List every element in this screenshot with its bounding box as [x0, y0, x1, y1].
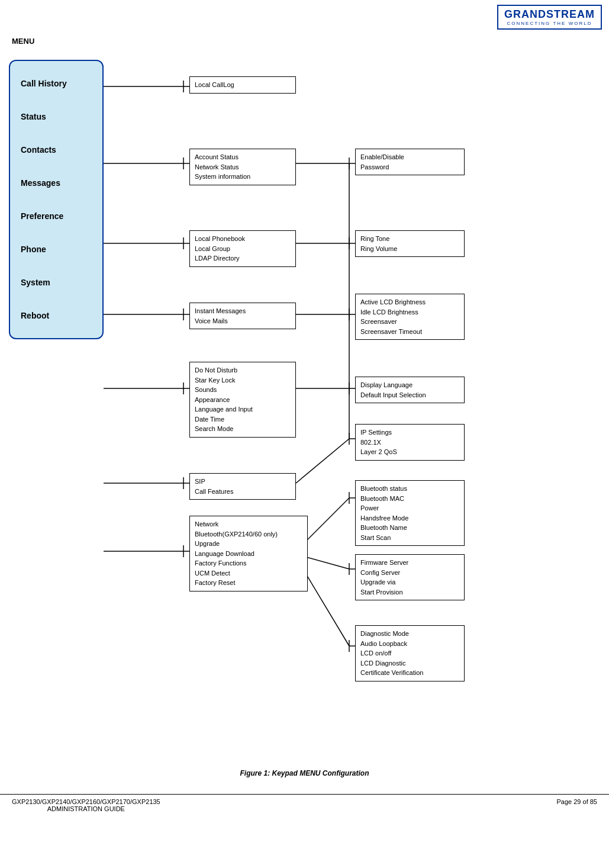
box-status: Account Status Network Status System inf… [189, 149, 296, 185]
svg-line-33 [296, 439, 349, 483]
diagram-area: Call History Status Contacts Messages Pr… [0, 48, 609, 758]
footer: GXP2130/GXP2140/GXP2160/GXP2170/GXP2135 … [0, 794, 609, 816]
box-phone: SIP Call Features [189, 473, 296, 500]
box-diagnostic: Diagnostic Mode Audio Loopback LCD on/of… [355, 625, 465, 681]
menu-item-call-history: Call History [10, 67, 102, 100]
box-ip-settings: IP Settings 802.1X Layer 2 QoS [355, 424, 465, 461]
box-enable-disable: Enable/Disable Password [355, 149, 465, 175]
footer-left: GXP2130/GXP2140/GXP2160/GXP2170/GXP2135 … [12, 798, 160, 812]
box-local-calllog: Local CallLog [189, 76, 296, 94]
menu-item-messages: Messages [10, 166, 102, 200]
box-preference: Do Not Disturb Star Key Lock Sounds Appe… [189, 362, 296, 438]
menu-column: Call History Status Contacts Messages Pr… [9, 60, 104, 339]
header: GRANDSTREAM CONNECTING THE WORLD [0, 0, 609, 32]
logo: GRANDSTREAM CONNECTING THE WORLD [497, 5, 602, 30]
logo-main: GRANDSTREAM [504, 8, 595, 21]
box-contacts: Local Phonebook Local Group LDAP Directo… [189, 230, 296, 267]
box-firmware: Firmware Server Config Server Upgrade vi… [355, 554, 465, 600]
menu-item-phone: Phone [10, 233, 102, 266]
figure-caption: Figure 1: Keypad MENU Configuration [0, 764, 609, 782]
box-messages: Instant Messages Voice Mails [189, 303, 296, 329]
box-bluetooth: Bluetooth status Bluetooth MAC Power Han… [355, 480, 465, 546]
box-ring-tone: Ring Tone Ring Volume [355, 230, 465, 257]
footer-right: Page 29 of 85 [556, 798, 597, 812]
box-display-language: Display Language Default Input Selection [355, 377, 465, 403]
menu-item-contacts: Contacts [10, 133, 102, 166]
menu-item-reboot: Reboot [10, 299, 102, 332]
logo-sub: CONNECTING THE WORLD [507, 21, 592, 26]
box-system: Network Bluetooth(GXP2140/60 only) Upgra… [189, 516, 308, 591]
box-lcd-brightness: Active LCD Brightness Idle LCD Brightnes… [355, 294, 465, 340]
menu-item-system: System [10, 266, 102, 299]
menu-item-status: Status [10, 100, 102, 133]
page-title: MENU [0, 32, 609, 48]
menu-item-preference: Preference [10, 200, 102, 233]
